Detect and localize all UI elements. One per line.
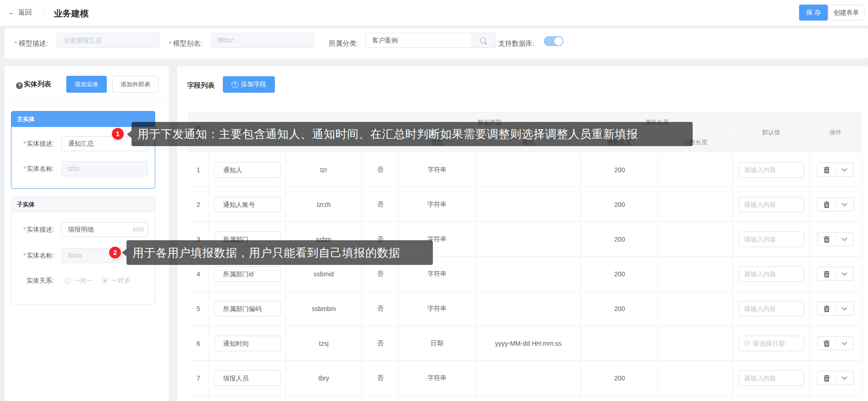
cell-alias: ssbmbm xyxy=(286,291,362,326)
default-value-input[interactable]: 请选择日期 xyxy=(739,336,804,351)
cell-format xyxy=(476,291,581,326)
cell-action xyxy=(810,153,862,187)
cell-declen xyxy=(658,222,733,256)
cell-intlen: 200 xyxy=(581,222,658,256)
back-arrow-icon: ← xyxy=(8,8,16,16)
topbar-divider xyxy=(44,10,45,16)
create-form-button[interactable]: 创建表单 xyxy=(828,5,864,21)
cell-required: 否 xyxy=(362,153,399,187)
table-row: 1通知人tzr否字符串200请输入内容 xyxy=(188,153,862,187)
table-row-empty xyxy=(188,396,862,401)
cell-default: 请输入内容 xyxy=(733,361,810,395)
delete-button[interactable] xyxy=(818,337,836,350)
field-name-input[interactable]: 通知人账号 xyxy=(214,197,281,212)
cell-alias: tzrzh xyxy=(286,187,362,222)
default-value-input[interactable]: 请输入内容 xyxy=(739,197,804,212)
cell-no: 2 xyxy=(188,187,209,222)
radio-one-to-many[interactable] xyxy=(101,277,108,284)
cell-action xyxy=(810,291,862,326)
add-external-table-button[interactable]: 添加外部表 xyxy=(112,76,158,93)
cell-intlen: 200 xyxy=(581,187,658,222)
action-button-group xyxy=(817,336,854,350)
field-name-input[interactable]: 所属部门编码 xyxy=(214,301,281,317)
cell-intlen xyxy=(581,326,658,360)
chevron-down-icon xyxy=(842,168,847,172)
db-support-toggle[interactable] xyxy=(544,36,563,46)
action-button-group xyxy=(817,232,854,246)
cell-default: 请输入内容 xyxy=(733,222,810,256)
cell-action xyxy=(810,361,862,395)
chevron-down-icon xyxy=(842,272,847,276)
add-field-button[interactable]: ?添加字段 xyxy=(223,76,275,93)
category-search-button[interactable] xyxy=(471,33,495,48)
cell-declen xyxy=(658,257,733,291)
chevron-down-icon xyxy=(842,203,847,206)
add-entity-button[interactable]: 添加实体 xyxy=(66,76,107,93)
table-row: 5所属部门编码ssbmbm否字符串200请输入内容 xyxy=(188,291,862,326)
clock-icon xyxy=(744,340,750,346)
radio-one-to-one[interactable] xyxy=(64,277,71,284)
relation-row: 实体关系: 一对一 一对多 xyxy=(26,277,137,285)
cell-required: 否 xyxy=(362,187,399,222)
default-value-input[interactable]: 请输入内容 xyxy=(739,266,804,282)
cell-no: 5 xyxy=(188,291,209,326)
cell-type: 字符串 xyxy=(399,291,476,326)
sub-entity-title: 子实体 xyxy=(11,197,155,212)
save-button[interactable]: 保 存 xyxy=(799,5,828,21)
col-header-default: 默认值 xyxy=(733,112,810,153)
category-input[interactable]: 客户案例 xyxy=(365,33,471,48)
entity-list-title: ?实体列表 xyxy=(16,80,51,89)
category-label: 所属分类: xyxy=(329,39,358,48)
char-counter: 4/50 xyxy=(132,222,144,237)
cell-type: 字符串 xyxy=(399,187,476,222)
cell-action xyxy=(810,257,862,291)
field-name-input[interactable]: 通知人 xyxy=(214,162,281,178)
delete-button[interactable] xyxy=(818,198,836,211)
page-title: 业务建模 xyxy=(54,8,89,20)
sub-entity-desc-input[interactable]: 填报明细4/50 xyxy=(61,222,148,237)
cell-default: 请选择日期 xyxy=(733,326,810,360)
chevron-down-icon xyxy=(842,237,847,241)
chevron-down-icon xyxy=(842,376,847,380)
cell-required: 否 xyxy=(362,326,399,360)
delete-button[interactable] xyxy=(818,267,836,280)
default-value-input[interactable]: 请输入内容 xyxy=(739,301,804,317)
cell-action xyxy=(810,222,862,256)
cell-type: 字符串 xyxy=(399,361,476,395)
field-name-input[interactable]: 通知时间 xyxy=(214,336,281,351)
field-name-input[interactable]: 所属部门id xyxy=(214,266,281,282)
cell-intlen: 200 xyxy=(581,153,658,187)
expand-button[interactable] xyxy=(836,232,854,246)
model-desc-input[interactable]: 分发填报汇总 xyxy=(57,33,160,48)
cell-default: 请输入内容 xyxy=(733,291,810,326)
table-body: 1通知人tzr否字符串200请输入内容2通知人账号tzrzh否字符串200请输入… xyxy=(188,153,862,401)
expand-button[interactable] xyxy=(836,163,854,176)
main-entity-name-input[interactable]: tzhz xyxy=(61,161,148,176)
cell-name: 通知人账号 xyxy=(209,187,286,222)
expand-button[interactable] xyxy=(836,371,854,385)
delete-button[interactable] xyxy=(818,371,836,385)
default-value-input[interactable]: 请输入内容 xyxy=(739,162,804,178)
expand-button[interactable] xyxy=(836,198,854,211)
delete-button[interactable] xyxy=(818,163,836,176)
cell-declen xyxy=(658,291,733,326)
expand-button[interactable] xyxy=(836,302,854,315)
db-support-label: 支持数据库: xyxy=(498,39,534,48)
expand-button[interactable] xyxy=(836,337,854,350)
cell-intlen: 200 xyxy=(581,361,658,395)
table-row: 7填报人员tbry否字符串200请输入内容 xyxy=(188,361,862,396)
expand-button[interactable] xyxy=(836,267,854,280)
back-button[interactable]: ←返回 xyxy=(8,8,32,17)
trash-icon xyxy=(823,375,830,382)
step-badge-2: 2 xyxy=(108,246,122,259)
cell-no: 7 xyxy=(188,361,209,395)
default-value-input[interactable]: 请输入内容 xyxy=(739,232,804,247)
cell-no: 1 xyxy=(188,153,209,187)
radio-one-to-one-label: 一对一 xyxy=(74,277,93,284)
action-button-group xyxy=(817,197,854,211)
delete-button[interactable] xyxy=(818,232,836,246)
delete-button[interactable] xyxy=(818,302,836,315)
default-value-input[interactable]: 请输入内容 xyxy=(739,370,804,386)
field-name-input[interactable]: 填报人员 xyxy=(214,370,281,386)
model-alias-input[interactable]: fftbhz xyxy=(211,33,314,48)
